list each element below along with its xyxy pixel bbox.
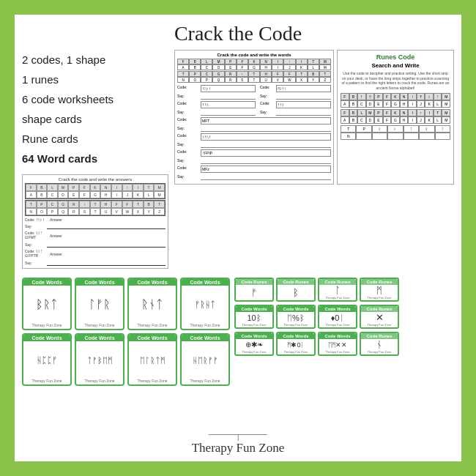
runes-grid-2: FBLMPFKNI↑ITM ABCDEFGHIJKLM	[341, 109, 450, 124]
right-top: Crack the code and write the words FBLMP…	[174, 50, 454, 185]
word-card-sm-4[interactable]: Code Words ⊕✱❧ Therapy Fun Zone	[234, 332, 274, 356]
word-card-sm-5[interactable]: Code Words ᛗ✱0ᛁ Therapy Fun Zone	[276, 332, 316, 356]
rune-card-4[interactable]: Code Runes ᛗ Therapy Fun Zone	[360, 278, 399, 302]
rune-card-5[interactable]: Code Runes ✕ Therapy Fun Zone	[360, 305, 399, 329]
right-column: Crack the code and write the words FBLMP…	[174, 50, 454, 273]
card-2[interactable]: Code Words ᛚᚠᚱ Therapy Fun Zone	[75, 278, 124, 330]
card-5[interactable]: Code Words ᚺᛈᛈᚠ Therapy Fun Zone	[22, 333, 72, 386]
word-card-sm-2[interactable]: Code Words ᛖ%ᛒ Therapy Fun Zone	[276, 305, 316, 329]
footer-area: Therapy Fun Zone	[192, 434, 285, 456]
rune-card-6[interactable]: Code Runes ᚾ Therapy Fun Zone	[360, 332, 399, 356]
card-4[interactable]: Code Words ᚠᚱᚺᛏ Therapy Fun Zone	[180, 278, 230, 330]
worksheet-right: Crack the code and write the words FBLMP…	[174, 50, 334, 185]
rune-card-3[interactable]: Code Runes ᛚ Therapy Fun Zone	[318, 278, 357, 302]
footer-text: Therapy Fun Zone	[192, 441, 285, 455]
rune-card-2[interactable]: Code Runes ᛒ	[276, 278, 316, 302]
runes-grid-3: TPᚱᚦᛏᛒᛏ N	[341, 125, 450, 140]
card-7[interactable]: Code Words ᛖᛚᚱᛏᛗ Therapy Fun Zone	[127, 333, 177, 386]
word-card-sm-6[interactable]: Code Words ᛖᛗ✕✕ Therapy Fun Zone	[318, 332, 357, 356]
alphabet-grid-top: FBLMPFKNI↑ITM ABCDEFGHIJKLM	[25, 183, 166, 199]
mixed-cards-row: Code Words 10ᛒ Therapy Fun Zone Code Wor…	[234, 305, 399, 329]
left-column: 2 codes, 1 shape 1 runes 6 code workshee…	[22, 50, 168, 273]
ws-grid-1: FBLMPFKNI↑ITM ABCDEFGHIJKLM	[177, 59, 331, 70]
page-title: Crack the Code	[22, 22, 454, 45]
main-container: Crack the Code 2 codes, 1 shape 1 runes …	[15, 15, 461, 461]
footer-vbar	[237, 435, 239, 441]
card-1[interactable]: Code Words ᛒᚱᛏ Therapy Fun Zone	[22, 278, 72, 330]
description-text: 2 codes, 1 shape 1 runes 6 code workshee…	[22, 50, 168, 168]
alphabet-grid-bottom: TPCGR↑THFFTBT NOPQRSTUVWXYZ	[25, 200, 166, 216]
mini-worksheet-left: Crack the code and write the answers FBL…	[22, 174, 168, 269]
rune-card-1[interactable]: Code Runes ᚠ	[234, 278, 274, 302]
runes-panel: Runes Code Search and Write Use the code…	[337, 50, 454, 185]
content-area: 2 codes, 1 shape 1 runes 6 code workshee…	[22, 50, 454, 273]
ws-grid-2: TPCGR↑THFFTBT NOPQRSTUVWXYZ	[177, 71, 331, 83]
word-card-sm-3[interactable]: Code Words ♦0ᛁ Therapy Fun Zone	[318, 305, 357, 329]
rune-cards-top: Code Runes ᚠ Code Runes ᛒ Code Runes ᛚ T…	[234, 278, 399, 302]
bottom-cards-row: Code Words ⊕✱❧ Therapy Fun Zone Code Wor…	[234, 332, 399, 356]
card-3[interactable]: Code Words ᚱᚾᛏ Therapy Fun Zone	[127, 278, 177, 330]
word-card-sm-1[interactable]: Code Words 10ᛒ Therapy Fun Zone	[234, 305, 274, 329]
card-6[interactable]: Code Words ᛏᚠᛒᛖᛗ Therapy Fun Zone	[75, 333, 124, 386]
card-8[interactable]: Code Words ᚺᛖᚱᚠᚠ Therapy Fun Zone	[180, 333, 230, 386]
runes-grid-1: FBᚠᛗPFKNᚾYᚦᛏM ABCDEFGHIJKLM	[341, 93, 450, 108]
